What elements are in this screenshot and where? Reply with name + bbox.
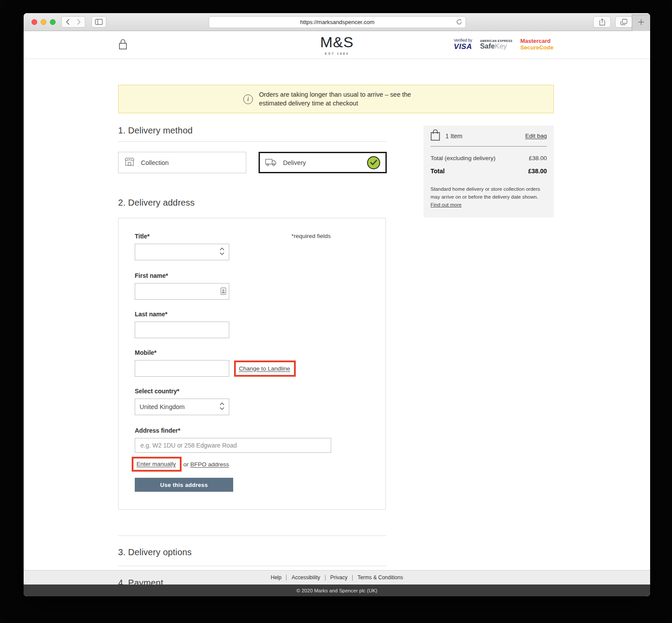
sidebar-icon <box>95 19 103 25</box>
site-header: M&S EST 1884 Verified by VISA AMERICAN E… <box>24 31 650 59</box>
address-finder-input[interactable] <box>135 438 331 453</box>
ms-logo-text: M&S <box>24 34 650 51</box>
annotation-box-enter-manually: Enter manually <box>132 457 182 472</box>
bfpo-address-link[interactable]: BFPO address <box>190 461 229 468</box>
title-label: Title* <box>135 233 150 240</box>
back-button[interactable] <box>61 16 74 28</box>
use-this-address-button[interactable]: Use this address <box>135 478 233 492</box>
verified-by-visa-badge: Verified by VISA <box>454 38 472 51</box>
delivery-options-heading: 3. Delivery options <box>118 547 387 557</box>
delivery-delay-banner: i Orders are taking longer than usual to… <box>118 85 554 113</box>
payment-badges: Verified by VISA AMERICAN EXPRESS SafeKe… <box>454 38 553 51</box>
share-button[interactable] <box>593 16 611 28</box>
browser-window: https://marksandspencer.com M&S EST 1884… <box>24 13 650 596</box>
show-tabs-button[interactable] <box>615 16 633 28</box>
traffic-lights <box>32 19 56 25</box>
total-label: Total <box>430 168 444 175</box>
subtotal-value: £38.00 <box>529 155 547 161</box>
title-select[interactable] <box>135 244 229 260</box>
total-value: £38.00 <box>528 168 547 175</box>
order-summary: 1 Item Edit bag Total (excluding deliver… <box>424 126 554 217</box>
delivery-option[interactable]: Delivery <box>259 152 387 173</box>
select-chevrons-icon <box>219 247 225 257</box>
last-name-input[interactable] <box>135 322 229 338</box>
sidebar-toggle-button[interactable] <box>91 16 106 28</box>
delivery-address-form: Title* *required fields First name* <box>118 218 386 510</box>
zoom-button[interactable] <box>50 19 56 25</box>
banner-text: Orders are taking longer than usual to a… <box>259 91 429 108</box>
tabs-icon <box>620 19 627 25</box>
divider <box>118 566 387 566</box>
country-label: Select country* <box>135 388 369 395</box>
delivery-note: Standard home delivery or store collecti… <box>430 186 547 209</box>
collection-label: Collection <box>141 159 169 166</box>
delivery-method-options: Collection Delivery <box>118 152 387 173</box>
url-bar[interactable]: https://marksandspencer.com <box>209 16 466 28</box>
browser-toolbar: https://marksandspencer.com <box>24 13 650 31</box>
checkout-page: i Orders are taking longer than usual to… <box>24 59 650 570</box>
forward-button[interactable] <box>73 16 85 28</box>
store-icon <box>125 158 134 168</box>
country-select[interactable]: United Kingdom <box>135 399 229 415</box>
divider <box>118 141 387 142</box>
address-finder-label: Address finder* <box>135 427 369 434</box>
close-button[interactable] <box>32 19 37 25</box>
ms-logo-subtext: EST 1884 <box>24 52 650 56</box>
first-name-input[interactable] <box>135 283 229 300</box>
annotation-box-landline: Change to Landline <box>234 360 296 377</box>
item-count: 1 Item <box>445 133 520 140</box>
or-text: or <box>183 461 189 468</box>
info-icon: i <box>243 94 253 104</box>
subtotal-row: Total (excluding delivery) £38.00 <box>430 155 547 161</box>
payment-heading: 4. Payment <box>118 578 387 588</box>
new-tab-button[interactable] <box>632 14 650 31</box>
delivery-label: Delivery <box>283 159 306 166</box>
collection-option[interactable]: Collection <box>118 152 246 173</box>
country-value: United Kingdom <box>140 403 185 410</box>
edit-bag-link[interactable]: Edit bag <box>525 133 547 139</box>
selected-check-icon <box>367 156 380 169</box>
mastercard-securecode-badge: Mastercard SecureCode <box>520 38 553 51</box>
subtotal-label: Total (excluding delivery) <box>430 155 496 161</box>
total-row: Total £38.00 <box>430 168 547 175</box>
mobile-input[interactable] <box>135 360 229 377</box>
first-name-label: First name* <box>135 272 369 279</box>
last-name-label: Last name* <box>135 311 369 318</box>
url-text: https://marksandspencer.com <box>209 19 466 25</box>
minimize-button[interactable] <box>41 19 46 25</box>
ms-logo: M&S EST 1884 <box>24 34 650 56</box>
share-icon <box>599 18 605 26</box>
amex-safekey-badge: AMERICAN EXPRESS SafeKey <box>480 39 512 50</box>
mobile-label: Mobile* <box>135 349 369 356</box>
delivery-method-heading: 1. Delivery method <box>118 126 387 136</box>
required-fields-note: *required fields <box>291 233 369 239</box>
bag-icon <box>430 130 440 143</box>
find-out-more-link[interactable]: Find out more <box>430 202 462 207</box>
select-chevrons-icon <box>219 402 225 412</box>
reload-icon[interactable] <box>456 19 462 27</box>
truck-icon <box>265 158 276 168</box>
plus-icon <box>638 19 644 27</box>
enter-manually-link[interactable]: Enter manually <box>136 461 176 467</box>
change-to-landline-link[interactable]: Change to Landline <box>239 365 290 372</box>
delivery-address-heading: 2. Delivery address <box>118 198 387 208</box>
chevron-left-icon <box>66 19 70 25</box>
autofill-contact-icon[interactable] <box>220 287 226 297</box>
divider <box>118 536 387 536</box>
chevron-right-icon <box>77 19 81 25</box>
